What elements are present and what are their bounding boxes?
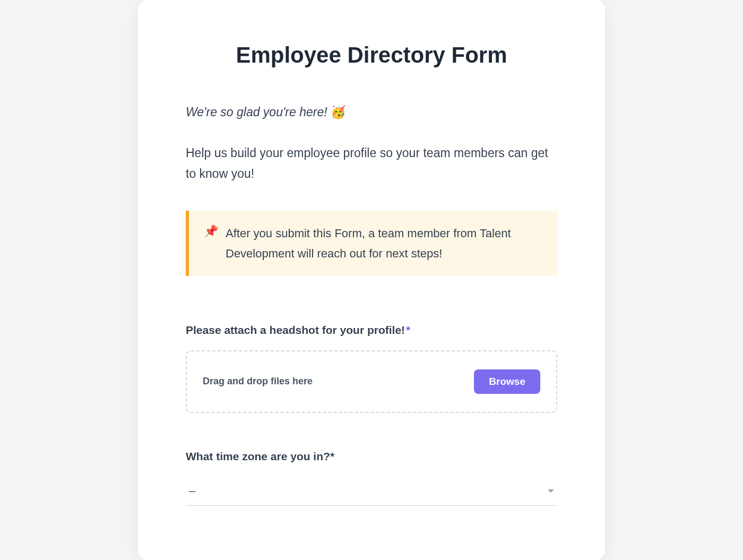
headshot-label-text: Please attach a headshot for your profil… <box>186 324 405 336</box>
intro-text: We're so glad you're here! 🥳 <box>186 105 557 119</box>
form-description: Help us build your employee profile so y… <box>186 143 557 184</box>
timezone-label-text: What time zone are you in? <box>186 450 330 462</box>
timezone-label: What time zone are you in?* <box>186 450 557 463</box>
party-face-emoji: 🥳 <box>331 105 346 119</box>
timezone-field: What time zone are you in?* – <box>186 450 557 506</box>
timezone-select[interactable]: – <box>186 479 557 506</box>
info-callout: 📌 After you submit this Form, a team mem… <box>186 211 557 276</box>
file-dropzone[interactable]: Drag and drop files here Browse <box>186 350 557 413</box>
required-marker: * <box>406 324 410 336</box>
form-card: Employee Directory Form We're so glad yo… <box>138 0 605 560</box>
pushpin-icon: 📌 <box>204 223 218 240</box>
intro-text-content: We're so glad you're here! <box>186 105 331 119</box>
form-title: Employee Directory Form <box>186 42 557 68</box>
browse-button[interactable]: Browse <box>474 369 540 394</box>
page-background: Employee Directory Form We're so glad yo… <box>0 0 743 560</box>
callout-text: After you submit this Form, a team membe… <box>226 223 542 263</box>
headshot-label: Please attach a headshot for your profil… <box>186 324 557 337</box>
dropzone-hint: Drag and drop files here <box>203 376 313 387</box>
required-marker: * <box>330 450 334 462</box>
chevron-down-icon <box>548 489 554 493</box>
headshot-field: Please attach a headshot for your profil… <box>186 324 557 413</box>
timezone-selected-value: – <box>189 484 195 498</box>
